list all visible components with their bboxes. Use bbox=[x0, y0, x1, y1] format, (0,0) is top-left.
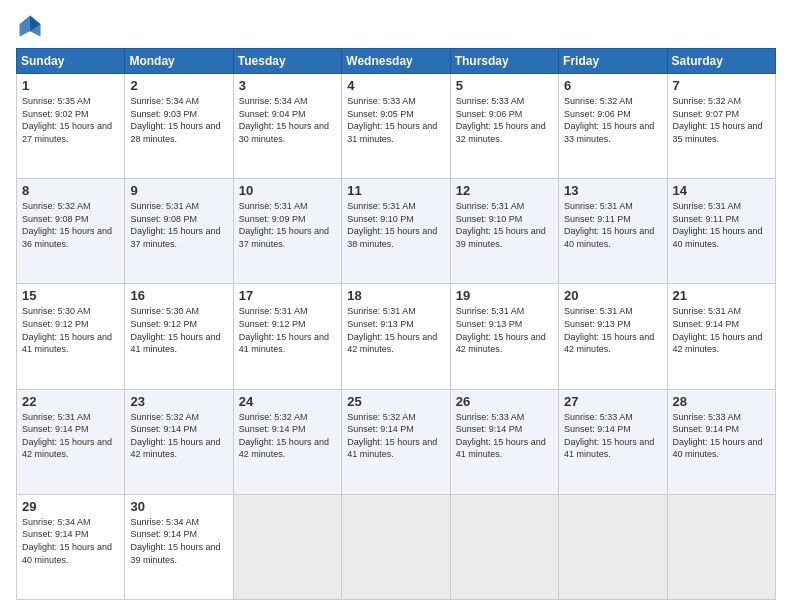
day-number: 3 bbox=[239, 78, 336, 93]
day-number: 10 bbox=[239, 183, 336, 198]
calendar-day-cell: 11Sunrise: 5:31 AMSunset: 9:10 PMDayligh… bbox=[342, 179, 450, 284]
day-info: Sunrise: 5:33 AMSunset: 9:14 PMDaylight:… bbox=[673, 412, 763, 460]
day-number: 25 bbox=[347, 394, 444, 409]
day-number: 9 bbox=[130, 183, 227, 198]
calendar: SundayMondayTuesdayWednesdayThursdayFrid… bbox=[16, 48, 776, 600]
calendar-day-cell bbox=[559, 494, 667, 599]
day-info: Sunrise: 5:34 AMSunset: 9:14 PMDaylight:… bbox=[22, 517, 112, 565]
day-of-week-header: Tuesday bbox=[233, 49, 341, 74]
day-number: 2 bbox=[130, 78, 227, 93]
day-info: Sunrise: 5:34 AMSunset: 9:03 PMDaylight:… bbox=[130, 96, 220, 144]
calendar-day-cell: 3Sunrise: 5:34 AMSunset: 9:04 PMDaylight… bbox=[233, 74, 341, 179]
day-number: 14 bbox=[673, 183, 770, 198]
day-info: Sunrise: 5:31 AMSunset: 9:12 PMDaylight:… bbox=[239, 306, 329, 354]
day-number: 19 bbox=[456, 288, 553, 303]
calendar-day-cell: 13Sunrise: 5:31 AMSunset: 9:11 PMDayligh… bbox=[559, 179, 667, 284]
day-info: Sunrise: 5:33 AMSunset: 9:14 PMDaylight:… bbox=[564, 412, 654, 460]
calendar-day-cell: 28Sunrise: 5:33 AMSunset: 9:14 PMDayligh… bbox=[667, 389, 775, 494]
calendar-day-cell: 7Sunrise: 5:32 AMSunset: 9:07 PMDaylight… bbox=[667, 74, 775, 179]
calendar-day-cell: 1Sunrise: 5:35 AMSunset: 9:02 PMDaylight… bbox=[17, 74, 125, 179]
page: SundayMondayTuesdayWednesdayThursdayFrid… bbox=[0, 0, 792, 612]
day-info: Sunrise: 5:31 AMSunset: 9:13 PMDaylight:… bbox=[456, 306, 546, 354]
calendar-day-cell: 20Sunrise: 5:31 AMSunset: 9:13 PMDayligh… bbox=[559, 284, 667, 389]
day-of-week-header: Sunday bbox=[17, 49, 125, 74]
day-number: 21 bbox=[673, 288, 770, 303]
day-number: 27 bbox=[564, 394, 661, 409]
calendar-week-row: 15Sunrise: 5:30 AMSunset: 9:12 PMDayligh… bbox=[17, 284, 776, 389]
calendar-day-cell: 9Sunrise: 5:31 AMSunset: 9:08 PMDaylight… bbox=[125, 179, 233, 284]
day-info: Sunrise: 5:32 AMSunset: 9:14 PMDaylight:… bbox=[239, 412, 329, 460]
day-info: Sunrise: 5:32 AMSunset: 9:08 PMDaylight:… bbox=[22, 201, 112, 249]
logo-icon bbox=[16, 12, 44, 40]
calendar-day-cell: 27Sunrise: 5:33 AMSunset: 9:14 PMDayligh… bbox=[559, 389, 667, 494]
day-number: 20 bbox=[564, 288, 661, 303]
calendar-day-cell: 29Sunrise: 5:34 AMSunset: 9:14 PMDayligh… bbox=[17, 494, 125, 599]
day-number: 7 bbox=[673, 78, 770, 93]
calendar-day-cell: 18Sunrise: 5:31 AMSunset: 9:13 PMDayligh… bbox=[342, 284, 450, 389]
day-info: Sunrise: 5:32 AMSunset: 9:07 PMDaylight:… bbox=[673, 96, 763, 144]
calendar-day-cell: 8Sunrise: 5:32 AMSunset: 9:08 PMDaylight… bbox=[17, 179, 125, 284]
day-info: Sunrise: 5:32 AMSunset: 9:14 PMDaylight:… bbox=[130, 412, 220, 460]
day-info: Sunrise: 5:33 AMSunset: 9:06 PMDaylight:… bbox=[456, 96, 546, 144]
day-of-week-header: Monday bbox=[125, 49, 233, 74]
day-info: Sunrise: 5:34 AMSunset: 9:14 PMDaylight:… bbox=[130, 517, 220, 565]
day-info: Sunrise: 5:31 AMSunset: 9:10 PMDaylight:… bbox=[456, 201, 546, 249]
calendar-day-cell: 24Sunrise: 5:32 AMSunset: 9:14 PMDayligh… bbox=[233, 389, 341, 494]
calendar-day-cell: 23Sunrise: 5:32 AMSunset: 9:14 PMDayligh… bbox=[125, 389, 233, 494]
calendar-week-row: 29Sunrise: 5:34 AMSunset: 9:14 PMDayligh… bbox=[17, 494, 776, 599]
day-number: 13 bbox=[564, 183, 661, 198]
day-info: Sunrise: 5:32 AMSunset: 9:14 PMDaylight:… bbox=[347, 412, 437, 460]
calendar-day-cell: 26Sunrise: 5:33 AMSunset: 9:14 PMDayligh… bbox=[450, 389, 558, 494]
day-info: Sunrise: 5:31 AMSunset: 9:13 PMDaylight:… bbox=[564, 306, 654, 354]
calendar-day-cell: 19Sunrise: 5:31 AMSunset: 9:13 PMDayligh… bbox=[450, 284, 558, 389]
calendar-day-cell bbox=[667, 494, 775, 599]
header bbox=[16, 12, 776, 40]
calendar-day-cell bbox=[342, 494, 450, 599]
day-of-week-header: Saturday bbox=[667, 49, 775, 74]
calendar-day-cell: 10Sunrise: 5:31 AMSunset: 9:09 PMDayligh… bbox=[233, 179, 341, 284]
calendar-day-cell: 5Sunrise: 5:33 AMSunset: 9:06 PMDaylight… bbox=[450, 74, 558, 179]
day-info: Sunrise: 5:33 AMSunset: 9:14 PMDaylight:… bbox=[456, 412, 546, 460]
calendar-week-row: 8Sunrise: 5:32 AMSunset: 9:08 PMDaylight… bbox=[17, 179, 776, 284]
day-number: 29 bbox=[22, 499, 119, 514]
calendar-day-cell: 16Sunrise: 5:30 AMSunset: 9:12 PMDayligh… bbox=[125, 284, 233, 389]
day-number: 23 bbox=[130, 394, 227, 409]
calendar-day-cell: 22Sunrise: 5:31 AMSunset: 9:14 PMDayligh… bbox=[17, 389, 125, 494]
calendar-day-cell: 12Sunrise: 5:31 AMSunset: 9:10 PMDayligh… bbox=[450, 179, 558, 284]
day-info: Sunrise: 5:31 AMSunset: 9:14 PMDaylight:… bbox=[673, 306, 763, 354]
calendar-day-cell: 21Sunrise: 5:31 AMSunset: 9:14 PMDayligh… bbox=[667, 284, 775, 389]
day-of-week-header: Wednesday bbox=[342, 49, 450, 74]
day-number: 8 bbox=[22, 183, 119, 198]
day-number: 11 bbox=[347, 183, 444, 198]
day-info: Sunrise: 5:31 AMSunset: 9:11 PMDaylight:… bbox=[673, 201, 763, 249]
day-number: 18 bbox=[347, 288, 444, 303]
calendar-day-cell bbox=[233, 494, 341, 599]
day-of-week-header: Thursday bbox=[450, 49, 558, 74]
calendar-day-cell: 14Sunrise: 5:31 AMSunset: 9:11 PMDayligh… bbox=[667, 179, 775, 284]
calendar-day-cell: 6Sunrise: 5:32 AMSunset: 9:06 PMDaylight… bbox=[559, 74, 667, 179]
calendar-day-cell: 17Sunrise: 5:31 AMSunset: 9:12 PMDayligh… bbox=[233, 284, 341, 389]
day-number: 12 bbox=[456, 183, 553, 198]
day-number: 24 bbox=[239, 394, 336, 409]
calendar-day-cell: 15Sunrise: 5:30 AMSunset: 9:12 PMDayligh… bbox=[17, 284, 125, 389]
day-info: Sunrise: 5:35 AMSunset: 9:02 PMDaylight:… bbox=[22, 96, 112, 144]
calendar-day-cell: 25Sunrise: 5:32 AMSunset: 9:14 PMDayligh… bbox=[342, 389, 450, 494]
calendar-week-row: 1Sunrise: 5:35 AMSunset: 9:02 PMDaylight… bbox=[17, 74, 776, 179]
logo bbox=[16, 12, 48, 40]
day-number: 5 bbox=[456, 78, 553, 93]
day-number: 16 bbox=[130, 288, 227, 303]
day-number: 4 bbox=[347, 78, 444, 93]
day-info: Sunrise: 5:31 AMSunset: 9:14 PMDaylight:… bbox=[22, 412, 112, 460]
day-number: 28 bbox=[673, 394, 770, 409]
day-info: Sunrise: 5:30 AMSunset: 9:12 PMDaylight:… bbox=[130, 306, 220, 354]
day-info: Sunrise: 5:31 AMSunset: 9:08 PMDaylight:… bbox=[130, 201, 220, 249]
calendar-day-cell: 2Sunrise: 5:34 AMSunset: 9:03 PMDaylight… bbox=[125, 74, 233, 179]
day-number: 22 bbox=[22, 394, 119, 409]
day-info: Sunrise: 5:31 AMSunset: 9:11 PMDaylight:… bbox=[564, 201, 654, 249]
calendar-day-cell: 30Sunrise: 5:34 AMSunset: 9:14 PMDayligh… bbox=[125, 494, 233, 599]
day-number: 30 bbox=[130, 499, 227, 514]
calendar-header-row: SundayMondayTuesdayWednesdayThursdayFrid… bbox=[17, 49, 776, 74]
day-number: 17 bbox=[239, 288, 336, 303]
day-info: Sunrise: 5:31 AMSunset: 9:13 PMDaylight:… bbox=[347, 306, 437, 354]
day-info: Sunrise: 5:32 AMSunset: 9:06 PMDaylight:… bbox=[564, 96, 654, 144]
